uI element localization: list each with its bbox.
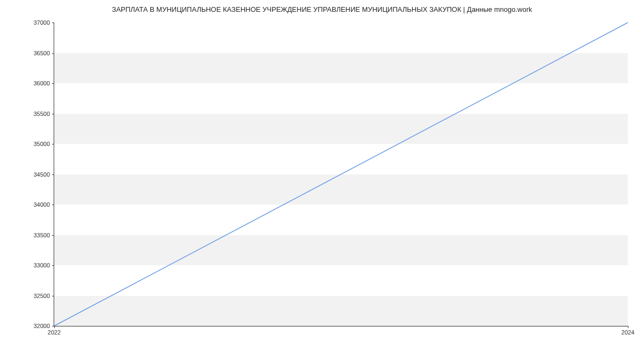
y-tick-mark	[52, 53, 54, 54]
x-tick-mark	[628, 326, 628, 328]
y-tick-label: 32500	[33, 293, 54, 299]
y-tick-label: 35000	[33, 141, 54, 147]
x-tick-mark	[54, 326, 55, 328]
y-tick-mark	[52, 174, 54, 175]
y-tick-mark	[52, 265, 54, 266]
y-tick-label: 35500	[33, 111, 54, 117]
y-tick-label: 36000	[33, 80, 54, 86]
chart-title: ЗАРПЛАТА В МУНИЦИПАЛЬНОЕ КАЗЕННОЕ УЧРЕЖД…	[0, 0, 644, 13]
line-plot	[54, 23, 628, 326]
y-tick-mark	[52, 235, 54, 236]
y-tick-label: 37000	[33, 19, 54, 26]
data-series-line	[54, 23, 628, 326]
y-tick-label: 36500	[33, 50, 54, 56]
y-tick-mark	[52, 296, 54, 296]
y-tick-mark	[52, 23, 54, 23]
y-tick-mark	[52, 114, 54, 114]
y-tick-label: 34000	[33, 201, 54, 208]
plot-area: 3200032500330003350034000345003500035500…	[54, 23, 628, 326]
y-tick-label: 33500	[33, 232, 54, 238]
y-tick-label: 34500	[33, 171, 54, 178]
y-tick-label: 33000	[33, 262, 54, 268]
y-tick-mark	[52, 83, 54, 84]
y-tick-mark	[52, 205, 54, 205]
chart-container: ЗАРПЛАТА В МУНИЦИПАЛЬНОЕ КАЗЕННОЕ УЧРЕЖД…	[0, 0, 644, 349]
y-tick-mark	[52, 144, 54, 144]
